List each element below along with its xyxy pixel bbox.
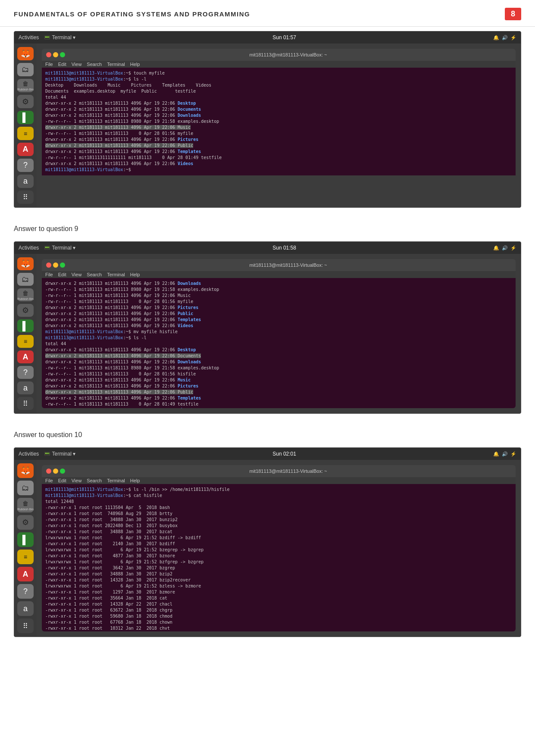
power-icon-1: ⚡ bbox=[510, 35, 516, 41]
trash-label-3: Rubbish Bin bbox=[17, 508, 34, 511]
terminal-label-2[interactable]: 📟 Terminal ▾ bbox=[44, 245, 75, 251]
ubuntu-topbar-1: Activities 📟 Terminal ▾ Sun 01:57 🔔 🔊 ⚡ bbox=[14, 31, 521, 44]
sidebar-icon-firefox-3[interactable]: 🦊 bbox=[17, 463, 34, 478]
menu-search-1[interactable]: Search bbox=[87, 62, 102, 67]
menu-edit-2[interactable]: Edit bbox=[58, 272, 66, 277]
sidebar-icon-files-2[interactable]: 🗂 bbox=[17, 273, 34, 286]
activities-label-3[interactable]: Activities bbox=[19, 451, 39, 457]
screenshot-2: Activities 📟 Terminal ▾ Sun 01:58 🔔 🔊 ⚡ … bbox=[14, 241, 521, 414]
menu-file-1[interactable]: File bbox=[45, 62, 53, 67]
sidebar-icon-files-3[interactable]: 🗂 bbox=[17, 481, 34, 495]
sidebar-icon-help-2[interactable]: ? bbox=[17, 366, 34, 379]
sidebar-icon-help-1[interactable]: ? bbox=[17, 159, 34, 172]
sidebar-icon-apps-2[interactable]: ⠿ bbox=[17, 397, 34, 410]
menu-help-2[interactable]: Help bbox=[130, 272, 140, 277]
topbar-time-3: Sun 02:01 bbox=[272, 451, 296, 457]
sidebar-icon-trash-2[interactable]: 🗑 Rubbish Bin bbox=[17, 288, 34, 301]
sidebar-icon-apps-3[interactable]: ⠿ bbox=[17, 619, 34, 633]
sidebar-icon-firefox-2[interactable]: 🦊 bbox=[17, 257, 34, 270]
terminal-max-btn-1[interactable] bbox=[60, 52, 65, 57]
sidebar-icon-font-2[interactable]: A bbox=[17, 350, 34, 363]
sidebar-icon-settings-2[interactable]: ⚙ bbox=[17, 304, 34, 317]
page-number: 8 bbox=[505, 8, 521, 20]
terminal-menubar-3: File Edit View Search Terminal Help bbox=[42, 477, 516, 484]
ubuntu-content-3: mit181113@mit181113-VirtualBox: ~ File E… bbox=[37, 460, 521, 637]
sidebar-icon-text-2[interactable]: ≡ bbox=[17, 335, 34, 348]
terminal-close-btn-1[interactable] bbox=[46, 52, 51, 57]
topbar-left-2: Activities 📟 Terminal ▾ bbox=[19, 245, 75, 251]
terminal-min-btn-1[interactable] bbox=[53, 52, 58, 57]
terminal-label-3[interactable]: 📟 Terminal ▾ bbox=[44, 451, 75, 457]
trash-label-2: Rubbish Bin bbox=[17, 297, 34, 300]
sidebar-icon-apps-1[interactable]: ⠿ bbox=[17, 191, 34, 204]
terminal-label-1[interactable]: 📟 Terminal ▾ bbox=[44, 34, 75, 41]
terminal-titlebar-2: mit181113@mit181113-VirtualBox: ~ bbox=[42, 259, 516, 271]
terminal-window-3: mit181113@mit181113-VirtualBox: ~ File E… bbox=[42, 465, 516, 631]
menu-view-3[interactable]: View bbox=[72, 478, 82, 483]
menu-edit-3[interactable]: Edit bbox=[58, 478, 66, 483]
menu-terminal-1[interactable]: Terminal bbox=[107, 62, 125, 67]
sound-icon-3: 🔊 bbox=[502, 451, 508, 457]
menu-help-3[interactable]: Help bbox=[130, 478, 140, 483]
sidebar-icon-char-2[interactable]: a bbox=[17, 381, 34, 394]
menu-view-2[interactable]: View bbox=[72, 272, 82, 277]
menu-terminal-2[interactable]: Terminal bbox=[107, 272, 125, 277]
terminal-window-2: mit181113@mit181113-VirtualBox: ~ File E… bbox=[42, 259, 516, 408]
terminal-body-1: mit181113@mit181113-VirtualBox:~$ touch … bbox=[42, 68, 516, 175]
menu-search-2[interactable]: Search bbox=[87, 272, 102, 277]
terminal-max-btn-3[interactable] bbox=[60, 469, 65, 474]
sidebar-icon-trash-1[interactable]: 🗑 Rubbish Bin bbox=[17, 79, 34, 92]
trash-icon-3: 🗑 bbox=[22, 500, 28, 507]
terminal-body-3: mit181113@mit181113-VirtualBox:~$ ls -l … bbox=[42, 484, 516, 631]
topbar-right-3: 🔔 🔊 ⚡ bbox=[493, 451, 516, 457]
ubuntu-sidebar-3: 🦊 🗂 🗑 Rubbish Bin ⚙ ▌ ≡ A ? a ⠿ bbox=[14, 460, 37, 637]
terminal-controls-1 bbox=[46, 52, 65, 57]
activities-label-2[interactable]: Activities bbox=[19, 245, 39, 251]
terminal-max-btn-2[interactable] bbox=[60, 262, 65, 268]
sidebar-icon-files-1[interactable]: 🗂 bbox=[17, 63, 34, 76]
sidebar-icon-text-3[interactable]: ≡ bbox=[17, 550, 34, 564]
ubuntu-desktop-2: 🦊 🗂 🗑 Rubbish Bin ⚙ ▌ ≡ A ? a ⠿ bbox=[14, 254, 521, 413]
ubuntu-sidebar-1: 🦊 🗂 🗑 Rubbish Bin ⚙ ▌ ≡ A ? a ⠿ bbox=[14, 44, 37, 207]
sidebar-icon-font-3[interactable]: A bbox=[17, 567, 34, 581]
menu-search-3[interactable]: Search bbox=[87, 478, 102, 483]
section-label-2: Answer to question 10 bbox=[0, 423, 535, 443]
screenshot-1: Activities 📟 Terminal ▾ Sun 01:57 🔔 🔊 ⚡ … bbox=[14, 31, 521, 208]
menu-terminal-3[interactable]: Terminal bbox=[107, 478, 125, 483]
sidebar-icon-help-3[interactable]: ? bbox=[17, 584, 34, 599]
terminal-controls-2 bbox=[46, 262, 65, 268]
sidebar-icon-terminal-2[interactable]: ▌ bbox=[17, 319, 34, 332]
menu-file-3[interactable]: File bbox=[45, 478, 53, 483]
screenshot-3: Activities 📟 Terminal ▾ Sun 02:01 🔔 🔊 ⚡ … bbox=[14, 447, 521, 637]
ubuntu-topbar-3: Activities 📟 Terminal ▾ Sun 02:01 🔔 🔊 ⚡ bbox=[14, 448, 521, 460]
menu-view-1[interactable]: View bbox=[72, 62, 82, 67]
sidebar-icon-settings-1[interactable]: ⚙ bbox=[17, 95, 34, 108]
trash-icon-1: 🗑 bbox=[22, 80, 28, 87]
sidebar-icon-text-1[interactable]: ≡ bbox=[17, 127, 34, 140]
sidebar-icon-font-1[interactable]: A bbox=[17, 143, 34, 156]
sidebar-icon-char-3[interactable]: a bbox=[17, 601, 34, 616]
topbar-time-2: Sun 01:58 bbox=[272, 245, 296, 251]
menu-edit-1[interactable]: Edit bbox=[58, 62, 66, 67]
trash-label-1: Rubbish Bin bbox=[17, 88, 34, 91]
activities-label-1[interactable]: Activities bbox=[19, 34, 39, 41]
sidebar-icon-settings-3[interactable]: ⚙ bbox=[17, 515, 34, 530]
terminal-title-3: mit181113@mit181113-VirtualBox: ~ bbox=[65, 469, 511, 474]
terminal-menubar-1: File Edit View Search Terminal Help bbox=[42, 61, 516, 68]
menu-file-2[interactable]: File bbox=[45, 272, 53, 277]
topbar-left-1: Activities 📟 Terminal ▾ bbox=[19, 34, 75, 41]
terminal-close-btn-3[interactable] bbox=[46, 469, 51, 474]
menu-help-1[interactable]: Help bbox=[130, 62, 140, 67]
ubuntu-content-2: mit181113@mit181113-VirtualBox: ~ File E… bbox=[37, 254, 521, 413]
ubuntu-topbar-2: Activities 📟 Terminal ▾ Sun 01:58 🔔 🔊 ⚡ bbox=[14, 242, 521, 254]
sidebar-icon-trash-3[interactable]: 🗑 Rubbish Bin bbox=[17, 498, 34, 512]
terminal-title-1: mit181113@mit181113-VirtualBox: ~ bbox=[65, 52, 511, 57]
terminal-min-btn-3[interactable] bbox=[53, 469, 58, 474]
sidebar-icon-char-1[interactable]: a bbox=[17, 175, 34, 188]
terminal-min-btn-2[interactable] bbox=[53, 262, 58, 268]
sidebar-icon-firefox-1[interactable]: 🦊 bbox=[17, 47, 34, 60]
sidebar-icon-terminal-1[interactable]: ▌ bbox=[17, 111, 34, 124]
sidebar-icon-terminal-3[interactable]: ▌ bbox=[17, 532, 34, 547]
terminal-menubar-2: File Edit View Search Terminal Help bbox=[42, 271, 516, 278]
terminal-close-btn-2[interactable] bbox=[46, 262, 51, 268]
